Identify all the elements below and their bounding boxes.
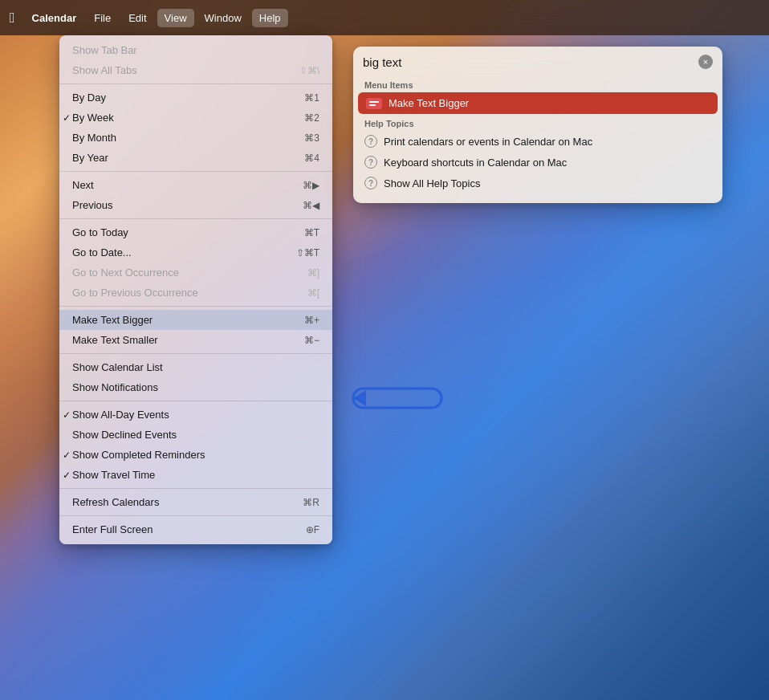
menu-item-go-to-prev-occurrence[interactable]: Go to Previous Occurrence ⌘[	[59, 283, 332, 303]
search-popup: × Menu Items Make Text Bigger Help Topic…	[353, 47, 722, 203]
menubar-file[interactable]: File	[87, 9, 118, 27]
separator-8	[59, 515, 332, 516]
menubar-edit[interactable]: Edit	[121, 9, 153, 27]
help-result-keyboard-shortcuts[interactable]: ? Keyboard shortcuts in Calendar on Mac	[353, 152, 722, 173]
search-section-help-topics: Help Topics	[353, 114, 722, 131]
help-result-print-calendars[interactable]: ? Print calendars or events in Calendar …	[353, 131, 722, 152]
menu-item-make-text-smaller[interactable]: Make Text Smaller ⌘−	[59, 330, 332, 350]
separator-2	[59, 171, 332, 172]
apple-menu[interactable]: 	[10, 10, 15, 26]
menubar-help[interactable]: Help	[252, 9, 288, 27]
menu-item-show-all-tabs[interactable]: Show All Tabs ⇧⌘\	[59, 60, 332, 80]
search-result-make-text-bigger-label: Make Text Bigger	[389, 97, 469, 109]
checkmark-travel-time: ✓	[63, 470, 71, 481]
search-input[interactable]	[363, 55, 692, 69]
menu-item-show-notifications[interactable]: Show Notifications	[59, 377, 332, 397]
menubar-view[interactable]: View	[157, 9, 194, 27]
menu-item-show-all-day-events[interactable]: ✓ Show All-Day Events	[59, 405, 332, 425]
separator-1	[59, 83, 332, 84]
separator-6	[59, 401, 332, 401]
menu-item-go-to-next-occurrence[interactable]: Go to Next Occurrence ⌘]	[59, 262, 332, 283]
menu-item-refresh-calendars[interactable]: Refresh Calendars ⌘R	[59, 492, 332, 512]
svg-rect-2	[369, 101, 379, 103]
menu-item-by-month[interactable]: By Month ⌘3	[59, 128, 332, 148]
menu-item-show-completed-reminders[interactable]: ✓ Show Completed Reminders	[59, 445, 332, 465]
menu-item-go-to-today[interactable]: Go to Today ⌘T	[59, 222, 332, 242]
separator-5	[59, 353, 332, 354]
result-icon-text-bigger	[366, 98, 382, 109]
menubar-calendar[interactable]: Calendar	[25, 9, 84, 27]
menu-item-show-travel-time[interactable]: ✓ Show Travel Time	[59, 465, 332, 485]
view-dropdown-menu: Show Tab Bar Show All Tabs ⇧⌘\ By Day ⌘1…	[59, 35, 332, 544]
menu-item-go-to-date[interactable]: Go to Date... ⇧⌘T	[59, 242, 332, 262]
search-input-row: ×	[353, 55, 722, 75]
search-result-make-text-bigger[interactable]: Make Text Bigger	[358, 92, 718, 114]
menu-item-show-calendar-list[interactable]: Show Calendar List	[59, 357, 332, 377]
menu-item-previous[interactable]: Previous ⌘◀	[59, 195, 332, 215]
arrow-indicator	[329, 376, 450, 423]
svg-rect-3	[369, 104, 376, 106]
help-result-show-all[interactable]: ? Show All Help Topics	[353, 173, 722, 193]
svg-rect-0	[353, 389, 441, 408]
checkmark-completed-reminders: ✓	[63, 450, 71, 461]
search-clear-button[interactable]: ×	[698, 55, 713, 69]
menu-item-make-text-bigger[interactable]: Make Text Bigger ⌘+	[59, 310, 332, 330]
checkmark-by-week: ✓	[63, 112, 71, 124]
checkmark-all-day: ✓	[63, 409, 71, 421]
help-icon-keyboard: ?	[364, 156, 377, 169]
menu-item-by-week[interactable]: ✓ By Week ⌘2	[59, 108, 332, 128]
menu-item-by-day[interactable]: By Day ⌘1	[59, 88, 332, 108]
separator-7	[59, 488, 332, 489]
menubar-window[interactable]: Window	[197, 9, 249, 27]
menu-item-show-declined-events[interactable]: Show Declined Events	[59, 425, 332, 445]
menu-item-next[interactable]: Next ⌘▶	[59, 175, 332, 195]
help-icon-all: ?	[364, 177, 377, 189]
search-section-menu-items: Menu Items	[353, 75, 722, 92]
menubar:  Calendar File Edit View Window Help	[0, 0, 769, 35]
menu-item-by-year[interactable]: By Year ⌘4	[59, 148, 332, 168]
help-icon-print: ?	[364, 135, 377, 148]
separator-4	[59, 306, 332, 307]
separator-3	[59, 218, 332, 219]
menu-item-enter-full-screen[interactable]: Enter Full Screen ⊕F	[59, 519, 332, 539]
menu-item-show-tab-bar[interactable]: Show Tab Bar	[59, 40, 332, 60]
